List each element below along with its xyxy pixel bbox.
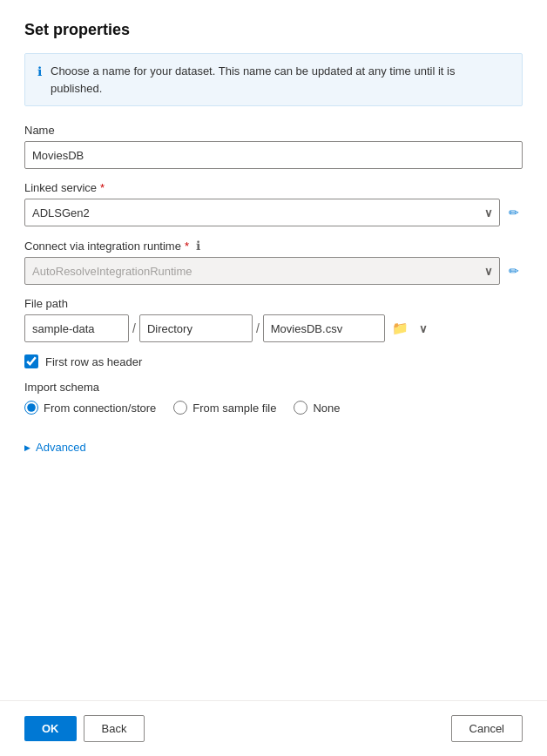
file-path-field-group: File path / / [24,297,523,342]
integration-runtime-label: Connect via integration runtime * [24,239,523,253]
import-schema-radio-group: From connection/store From sample file N… [24,401,523,415]
import-schema-connection-option[interactable]: From connection/store [24,401,156,415]
info-banner-text: Choose a name for your dataset. This nam… [51,63,510,97]
file-path-label: File path [24,297,523,310]
file-path-container-input[interactable] [24,314,129,342]
integration-runtime-edit-button[interactable] [505,260,523,282]
integration-runtime-select-wrapper: AutoResolveIntegrationRuntime [24,257,500,285]
import-schema-none-radio[interactable] [294,401,307,415]
folder-icon [392,321,409,336]
linked-service-row: ADLSGen2 [24,199,523,226]
file-path-row: / / [24,314,523,342]
file-path-chevron-icon [419,322,428,335]
file-path-filename-input[interactable] [263,314,385,342]
linked-service-label: Linked service * [24,181,523,194]
import-schema-none-label: None [313,402,340,415]
linked-service-required: * [100,181,105,194]
import-schema-connection-label: From connection/store [44,402,156,415]
integration-runtime-required: * [185,240,189,253]
import-schema-none-option[interactable]: None [294,401,340,415]
import-schema-connection-radio[interactable] [24,401,38,415]
advanced-row[interactable]: Advanced [24,441,523,454]
file-path-separator-2: / [256,321,260,335]
import-schema-label: Import schema [24,381,523,394]
linked-service-edit-button[interactable] [505,201,523,224]
import-schema-sample-radio[interactable] [173,401,187,415]
name-field-group: Name [24,124,523,169]
first-row-header-checkbox[interactable] [24,354,38,368]
file-path-browse-button[interactable] [388,317,412,340]
integration-runtime-info-icon[interactable] [196,239,200,253]
back-button[interactable]: Back [84,715,145,742]
cancel-button[interactable]: Cancel [451,715,523,742]
name-input[interactable] [24,141,523,169]
linked-service-select-wrapper: ADLSGen2 [24,199,500,226]
set-properties-panel: Set properties Choose a name for your da… [0,0,547,756]
first-row-header-row: First row as header [24,354,523,368]
integration-runtime-field-group: Connect via integration runtime * AutoRe… [24,239,523,285]
advanced-label: Advanced [36,441,86,454]
file-path-directory-input[interactable] [139,314,253,342]
import-schema-field-group: Import schema From connection/store From… [24,381,523,427]
file-path-chevron-button[interactable] [415,319,431,339]
first-row-header-label[interactable]: First row as header [45,355,142,368]
integration-runtime-pencil-icon [509,263,519,279]
import-schema-sample-option[interactable]: From sample file [173,401,276,415]
file-path-separator-1: / [132,321,136,335]
info-banner: Choose a name for your dataset. This nam… [24,53,523,106]
advanced-expand-icon [24,442,30,452]
linked-service-pencil-icon [509,205,519,220]
ok-button[interactable]: OK [24,716,77,741]
linked-service-field-group: Linked service * ADLSGen2 [24,181,523,226]
name-label: Name [24,124,523,137]
linked-service-select[interactable]: ADLSGen2 [24,199,500,226]
info-banner-icon [37,64,42,78]
footer: OK Back Cancel [0,700,547,756]
import-schema-sample-label: From sample file [192,402,276,415]
panel-title: Set properties [24,21,523,39]
integration-runtime-select[interactable]: AutoResolveIntegrationRuntime [24,257,500,285]
integration-runtime-row: AutoResolveIntegrationRuntime [24,257,523,285]
